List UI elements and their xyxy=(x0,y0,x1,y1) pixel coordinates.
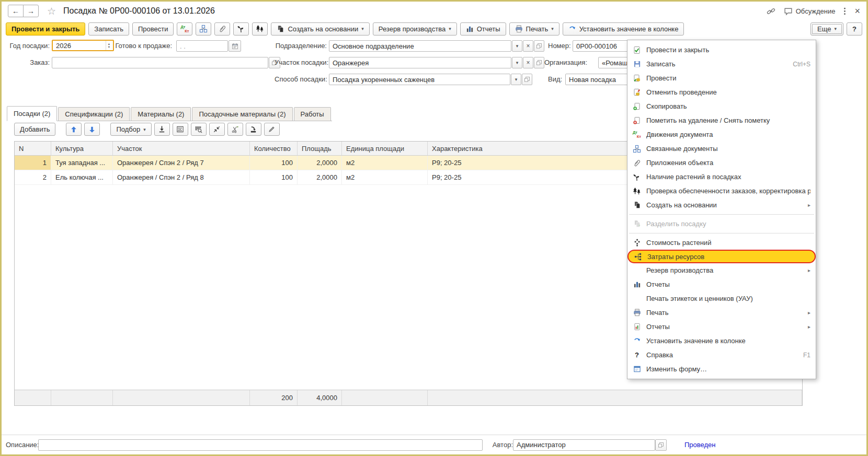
method-input[interactable]: Посадка укорененных саженцев xyxy=(329,74,510,85)
document-movements-button[interactable]: ДтКт xyxy=(177,22,192,36)
author-open-button[interactable] xyxy=(655,439,667,451)
menu-item-plant-cost[interactable]: Стоимость растений xyxy=(627,236,816,250)
report-doc-icon xyxy=(632,323,642,331)
menu-item-post-and-close[interactable]: Провести и закрыть xyxy=(627,43,816,57)
table-toolbar: Добавить Подбор▾ xyxy=(14,123,280,136)
menu-item-related-documents[interactable]: Связанные документы xyxy=(627,142,816,156)
ready-date-input[interactable]: . . xyxy=(176,40,228,52)
column-header-plot[interactable]: Участок xyxy=(113,142,250,155)
menu-item-help[interactable]: ? Справка F1 xyxy=(627,348,816,362)
author-input[interactable]: Администратор xyxy=(513,439,655,451)
menu-item-post[interactable]: Провести xyxy=(627,71,816,85)
column-header-unit[interactable]: Единица площади xyxy=(342,142,428,155)
barcode-search-button[interactable] xyxy=(191,123,207,136)
up-arrow-icon xyxy=(70,126,77,133)
create-based-on-button[interactable]: Создать на основании▾ xyxy=(271,22,369,36)
year-input[interactable]: 2026 ▴▾ xyxy=(52,40,114,51)
graft-button[interactable] xyxy=(227,123,243,136)
department-dropdown-button[interactable]: ▾ xyxy=(512,40,522,52)
save-button[interactable]: Записать xyxy=(88,22,129,36)
menu-item-copy[interactable]: Скопировать xyxy=(627,99,816,113)
menu-item-print-labels[interactable]: Печать этикеток и ценников (УАУ) xyxy=(627,291,816,306)
menu-item-unpost[interactable]: Отменить проведение xyxy=(627,85,816,99)
more-button[interactable]: Еще▾ xyxy=(810,22,843,36)
copy-docs-icon xyxy=(277,25,284,33)
menu-item-delete-mark[interactable]: Пометить на удаление / Снять пометку xyxy=(627,113,816,127)
column-header-qty[interactable]: Количество xyxy=(250,142,298,155)
add-row-button[interactable]: Добавить xyxy=(14,123,55,136)
menu-item-edit-form[interactable]: Изменить форму… xyxy=(627,362,816,376)
menu-item-movements[interactable]: ДтКт Движения документа xyxy=(627,127,816,142)
attachments-button[interactable] xyxy=(214,22,230,36)
menu-item-attachments[interactable]: Приложения объекта xyxy=(627,156,816,170)
number-input[interactable]: 0Р00-000106 xyxy=(573,40,631,52)
kebab-icon[interactable] xyxy=(843,7,846,16)
edit-row-button[interactable] xyxy=(264,123,280,136)
plot-clear-button[interactable]: × xyxy=(523,57,533,68)
close-icon[interactable]: × xyxy=(854,6,860,17)
tab-works[interactable]: Работы xyxy=(294,107,331,121)
menu-item-reports-2[interactable]: Отчеты ▸ xyxy=(627,320,816,334)
menu-item-print[interactable]: Печать ▸ xyxy=(627,306,816,320)
reports-button[interactable]: Отчеты xyxy=(460,22,506,36)
link-icon[interactable] xyxy=(767,7,775,16)
transplant-button[interactable] xyxy=(246,123,261,136)
menu-item-set-column-value[interactable]: Установить значение в колонке xyxy=(627,334,816,348)
menu-item-plants-availability[interactable]: Наличие растений в посадках xyxy=(627,170,816,184)
move-row-up-button[interactable] xyxy=(66,123,82,136)
description-input[interactable] xyxy=(38,439,483,451)
plot-input[interactable]: Оранжерея xyxy=(329,57,511,68)
department-open-button[interactable] xyxy=(534,40,544,52)
move-row-down-button[interactable] xyxy=(84,123,100,136)
posted-status[interactable]: Проведен xyxy=(684,441,716,449)
order-input[interactable] xyxy=(52,57,268,68)
method-open-button[interactable] xyxy=(522,74,532,85)
plants-availability-button[interactable] xyxy=(233,22,249,36)
discussion-button[interactable]: Обсуждение xyxy=(784,7,836,16)
department-input[interactable]: Основное подразделение xyxy=(329,40,511,52)
tab-specifications[interactable]: Спецификации (2) xyxy=(58,107,130,121)
department-clear-button[interactable]: × xyxy=(523,40,533,52)
column-header-n[interactable]: N xyxy=(15,142,51,155)
help-button[interactable]: ? xyxy=(847,22,862,36)
menu-item-reports[interactable]: Отчеты xyxy=(627,277,816,291)
set-column-value-button[interactable]: Установить значение в колонке xyxy=(563,22,684,36)
paperclip-icon xyxy=(632,159,642,167)
column-header-culture[interactable]: Культура xyxy=(51,142,113,155)
printer-icon xyxy=(515,25,523,33)
tab-plantings[interactable]: Посадки (2) xyxy=(7,106,57,121)
page-title: Посадка № 0Р00-000106 от 13.01.2026 xyxy=(63,6,215,16)
kind-input[interactable]: Новая посадка xyxy=(565,74,631,85)
menu-item-orders-check[interactable]: Проверка обеспеченности заказов, коррект… xyxy=(627,184,816,198)
method-dropdown-button[interactable]: ▾ xyxy=(511,74,521,85)
plot-open-button[interactable] xyxy=(534,57,544,68)
forward-button[interactable]: → xyxy=(23,5,39,17)
tab-planting-materials[interactable]: Посадочные материалы (2) xyxy=(192,107,292,121)
paperclip-icon xyxy=(218,25,226,33)
plot-dropdown-button[interactable]: ▾ xyxy=(512,57,522,68)
abacus-button[interactable] xyxy=(173,123,188,136)
print-button[interactable]: Печать▾ xyxy=(509,22,559,36)
post-and-close-button[interactable]: Провести и закрыть xyxy=(6,22,85,36)
related-documents-button[interactable] xyxy=(196,22,211,36)
menu-item-save[interactable]: Записать Ctrl+S xyxy=(627,57,816,71)
back-button[interactable]: ← xyxy=(8,5,24,17)
import-button[interactable] xyxy=(154,123,170,136)
calendar-icon xyxy=(232,43,238,50)
method-label: Способ посадки: xyxy=(275,75,327,83)
menu-item-resource-costs[interactable]: Затраты ресурсов xyxy=(627,250,816,263)
production-reserve-button[interactable]: Резерв производства▾ xyxy=(373,22,457,36)
favorite-star-icon[interactable]: ☆ xyxy=(47,5,56,17)
collapse-button[interactable] xyxy=(209,123,225,136)
menu-item-production-reserve[interactable]: Резерв производства ▸ xyxy=(627,263,816,277)
column-header-area[interactable]: Площадь xyxy=(298,142,342,155)
post-button[interactable]: Провести xyxy=(132,22,174,36)
pick-button[interactable]: Подбор▾ xyxy=(110,123,151,136)
year-spinner[interactable]: ▴▾ xyxy=(106,41,110,50)
menu-item-create-based-on[interactable]: Создать на основании ▸ xyxy=(627,198,816,212)
calendar-button[interactable] xyxy=(229,40,241,52)
orders-check-button[interactable] xyxy=(252,22,268,36)
tab-materials[interactable]: Материалы (2) xyxy=(131,107,191,121)
caret-down-icon: ▾ xyxy=(516,43,519,49)
unpost-doc-icon xyxy=(632,88,642,97)
